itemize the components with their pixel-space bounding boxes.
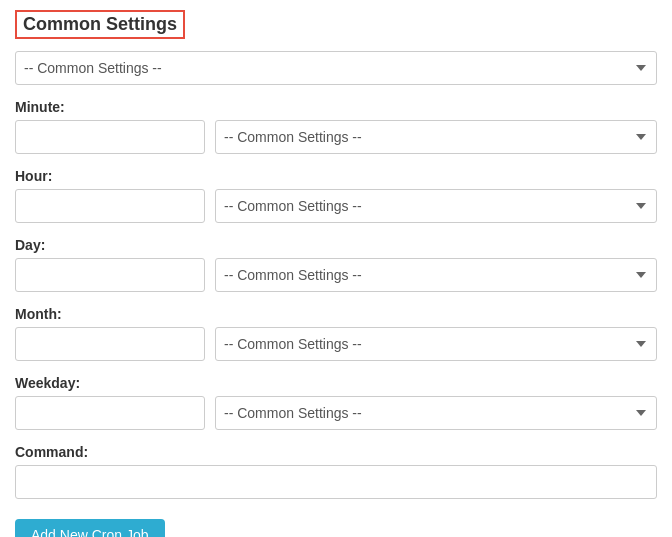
command-label: Command: bbox=[15, 444, 657, 460]
command-field-row: Command: bbox=[15, 444, 657, 499]
page-title: Common Settings bbox=[15, 10, 185, 39]
day-text-input[interactable] bbox=[15, 258, 205, 292]
command-text-input[interactable] bbox=[15, 465, 657, 499]
day-label: Day: bbox=[15, 237, 657, 253]
minute-label: Minute: bbox=[15, 99, 657, 115]
hour-label: Hour: bbox=[15, 168, 657, 184]
hour-field-row: Hour: -- Common Settings -- bbox=[15, 168, 657, 223]
minute-inputs: -- Common Settings -- bbox=[15, 120, 657, 154]
month-inputs: -- Common Settings -- bbox=[15, 327, 657, 361]
month-label: Month: bbox=[15, 306, 657, 322]
day-field-row: Day: -- Common Settings -- bbox=[15, 237, 657, 292]
hour-inputs: -- Common Settings -- bbox=[15, 189, 657, 223]
month-field-row: Month: -- Common Settings -- bbox=[15, 306, 657, 361]
weekday-inputs: -- Common Settings -- bbox=[15, 396, 657, 430]
month-text-input[interactable] bbox=[15, 327, 205, 361]
weekday-select[interactable]: -- Common Settings -- bbox=[215, 396, 657, 430]
weekday-text-input[interactable] bbox=[15, 396, 205, 430]
weekday-label: Weekday: bbox=[15, 375, 657, 391]
hour-select[interactable]: -- Common Settings -- bbox=[215, 189, 657, 223]
minute-field-row: Minute: -- Common Settings -- bbox=[15, 99, 657, 154]
weekday-field-row: Weekday: -- Common Settings -- bbox=[15, 375, 657, 430]
add-cron-job-button[interactable]: Add New Cron Job bbox=[15, 519, 165, 537]
hour-text-input[interactable] bbox=[15, 189, 205, 223]
day-select[interactable]: -- Common Settings -- bbox=[215, 258, 657, 292]
top-common-settings-select[interactable]: -- Common Settings -- bbox=[15, 51, 657, 85]
top-select-row: -- Common Settings -- bbox=[15, 51, 657, 85]
minute-select[interactable]: -- Common Settings -- bbox=[215, 120, 657, 154]
page-container: Common Settings -- Common Settings -- Mi… bbox=[0, 0, 672, 537]
day-inputs: -- Common Settings -- bbox=[15, 258, 657, 292]
minute-text-input[interactable] bbox=[15, 120, 205, 154]
month-select[interactable]: -- Common Settings -- bbox=[215, 327, 657, 361]
